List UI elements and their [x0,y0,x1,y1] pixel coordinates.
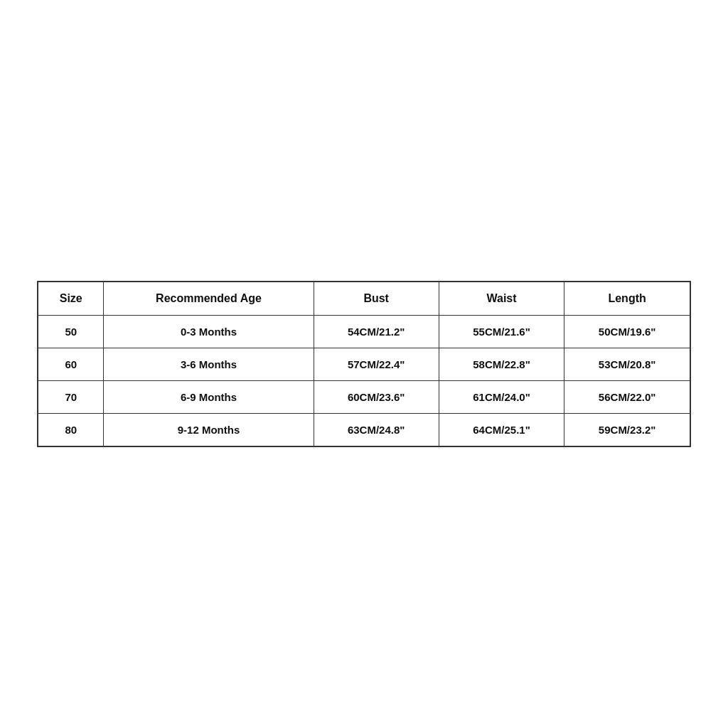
cell-row2-col2: 60CM/23.6" [314,381,439,414]
cell-row0-col4: 50CM/19.6" [564,316,690,348]
cell-row2-col0: 70 [38,381,104,414]
table-row: 809-12 Months63CM/24.8"64CM/25.1"59CM/23… [38,414,690,447]
header-bust: Bust [314,282,439,316]
cell-row3-col1: 9-12 Months [104,414,314,447]
header-length: Length [564,282,690,316]
cell-row2-col4: 56CM/22.0" [564,381,690,414]
table-row: 500-3 Months54CM/21.2"55CM/21.6"50CM/19.… [38,316,690,348]
cell-row3-col0: 80 [38,414,104,447]
cell-row1-col3: 58CM/22.8" [439,348,564,381]
table-row: 706-9 Months60CM/23.6"61CM/24.0"56CM/22.… [38,381,690,414]
cell-row1-col0: 60 [38,348,104,381]
cell-row1-col1: 3-6 Months [104,348,314,381]
cell-row0-col0: 50 [38,316,104,348]
cell-row2-col1: 6-9 Months [104,381,314,414]
header-recommended-age: Recommended Age [104,282,314,316]
cell-row2-col3: 61CM/24.0" [439,381,564,414]
cell-row3-col4: 59CM/23.2" [564,414,690,447]
header-waist: Waist [439,282,564,316]
size-chart-table: Size Recommended Age Bust Waist Length 5… [37,281,691,447]
cell-row1-col4: 53CM/20.8" [564,348,690,381]
cell-row3-col2: 63CM/24.8" [314,414,439,447]
size-chart-container: Size Recommended Age Bust Waist Length 5… [37,281,691,447]
cell-row3-col3: 64CM/25.1" [439,414,564,447]
cell-row0-col2: 54CM/21.2" [314,316,439,348]
cell-row1-col2: 57CM/22.4" [314,348,439,381]
header-size: Size [38,282,104,316]
cell-row0-col1: 0-3 Months [104,316,314,348]
table-row: 603-6 Months57CM/22.4"58CM/22.8"53CM/20.… [38,348,690,381]
table-header-row: Size Recommended Age Bust Waist Length [38,282,690,316]
cell-row0-col3: 55CM/21.6" [439,316,564,348]
